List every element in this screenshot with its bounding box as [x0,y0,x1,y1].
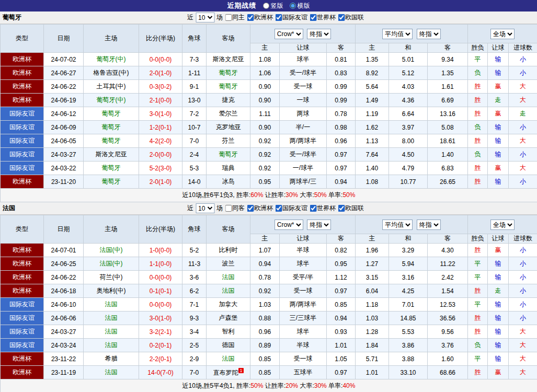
avg-draw-odds: 5.94 [389,257,428,271]
europe-odds-header: 平均值 终指 [356,25,468,43]
nationsleague-checkbox[interactable] [338,205,345,212]
col-score: 比分(半场) [139,215,182,244]
avg-draw-odds: 4.50 [389,148,428,162]
away-team: 克罗地亚 [207,121,250,134]
score: 2-0(0-0) [139,148,182,162]
away-team: 直布罗陀1 [207,366,250,379]
handicap-time-select[interactable]: 终指 [307,220,331,230]
same-venue-checkbox[interactable] [225,205,232,212]
avg-away-odds: 6.69 [428,94,468,107]
summary-stat-label: 大率: [298,382,314,389]
vertical-layout-label: 竖版 [271,2,283,10]
nationsleague-checkbox[interactable] [338,14,345,21]
handicap-away-odds: 0.94 [327,175,356,189]
avg-away-odds: 68.66 [428,366,468,379]
worldcup-checkbox[interactable] [310,14,316,21]
layout-option-vertical[interactable]: 竖版 [263,2,283,10]
match-count-select[interactable]: 10 [196,13,214,22]
handicap-time-select[interactable]: 终指 [307,29,331,39]
handicap-line: 球半 [280,257,327,271]
league-filter-nationsleague[interactable]: 欧国联 [338,204,364,213]
avg-home-odds: 7.64 [356,148,389,162]
league-filter-worldcup[interactable]: 世界杯 [310,204,336,213]
average-select[interactable]: 平均值 [382,220,413,230]
handicap-home-odds: 0.95 [250,175,280,189]
league-filter-friendly[interactable]: 国际友谊 [275,13,307,22]
avg-home-odds: 1.49 [356,94,389,107]
col-handicap-result: 让球 [488,234,509,244]
summary-row: 近10场,胜5平4负1, 胜率:50% 让胜率:20% 大率:30% 单率:40… [1,379,537,392]
average-select[interactable]: 平均值 [382,29,413,39]
eurocup-checkbox[interactable] [247,14,254,21]
handicap-line: 半球 [280,339,327,352]
match-row: 国际友谊24-06-05葡萄牙4-2(2-0)7-0芬兰0.92两/两球半0.9… [1,134,537,148]
europe-time-select[interactable]: 终指 [417,220,441,230]
corner-count: 10-7 [182,121,207,134]
goals-result-flag: 小 [509,257,537,271]
bookmaker-select[interactable]: Crow* [275,220,303,230]
matches-table: 类型 日期 主场 比分(半场) 角球 客场 Crow* 终指 平均值 终指 [0,215,537,392]
league-filter-eurocup[interactable]: 欧洲杯 [247,204,273,213]
bookmaker-select[interactable]: Crow* [275,29,303,39]
away-team: 法国 [207,271,250,284]
avg-draw-odds: 14.85 [389,312,428,325]
summary-row: 近10场,胜6平1负3, 胜率:60% 让胜率:30% 大率:50% 单率:50… [1,189,537,202]
home-team: 法国 [84,366,139,379]
col-goals-result: 进球数 [509,234,537,244]
handicap-line: 一/球半 [280,162,327,175]
col-type: 类型 [1,25,44,53]
same-venue-filter[interactable]: 同主 [225,13,245,22]
handicap-line: 两球半/三 [280,175,327,189]
summary-stat-value: 30% [285,191,298,199]
avg-draw-odds: 3.29 [389,244,428,257]
handicap-home-odds: 0.96 [250,325,280,339]
result-flag: 负 [468,66,488,80]
eurocup-checkbox[interactable] [247,205,254,212]
handicap-result-flag: 输 [488,134,509,148]
same-venue-checkbox[interactable] [225,14,232,21]
handicap-line: 三/三球半 [280,312,327,325]
handicap-line: 一球 [280,94,327,107]
handicap-home-odds: 0.85 [250,352,280,366]
away-team: 葡萄牙 [207,80,250,94]
match-date: 23-11-19 [44,366,84,379]
league-filter-worldcup[interactable]: 世界杯 [310,13,336,22]
col-handicap-result: 让球 [488,43,509,53]
scope-select[interactable]: 全场 [490,29,515,39]
games-label: 场 [216,13,223,22]
home-team: 斯洛文尼亚 [84,148,139,162]
col-handicap-home: 主 [250,234,280,244]
scope-select[interactable]: 全场 [490,220,515,230]
col-away: 客场 [207,215,250,244]
league-filter-nationsleague[interactable]: 欧国联 [338,13,364,22]
friendly-checkbox[interactable] [275,205,282,212]
league-filter-eurocup[interactable]: 欧洲杯 [247,13,273,22]
europe-time-select[interactable]: 终指 [417,29,441,39]
horizontal-layout-radio[interactable] [290,3,296,9]
handicap-away-odds: 0.97 [327,148,356,162]
goals-result-flag: 大 [509,366,537,379]
avg-away-odds: 9.56 [428,325,468,339]
league-type-badge: 国际友谊 [1,134,44,148]
matches-table: 类型 日期 主场 比分(半场) 角球 客场 Crow* 终指 平均值 终指 [0,24,537,202]
avg-away-odds: 6.83 [428,162,468,175]
match-row: 欧洲杯24-07-02葡萄牙(中)0-0(0-0)7-3斯洛文尼亚1.08球半0… [1,53,537,66]
league-filter-friendly[interactable]: 国际友谊 [275,204,307,213]
result-flag: 胜 [468,175,488,189]
same-venue-filter[interactable]: 同客 [225,204,245,213]
handicap-away-odds: 0.99 [327,80,356,94]
layout-option-horizontal[interactable]: 横版 [290,2,310,10]
friendly-checkbox[interactable] [275,14,282,21]
score: 2-0(1-0) [139,66,182,80]
match-date: 23-11-22 [44,352,84,366]
avg-home-odds: 5.64 [356,80,389,94]
section-header: 葡萄牙 近 10 场 同主 欧洲杯 国际友谊 [0,11,537,24]
red-card-icon: 1 [238,368,243,373]
avg-away-odds: 18.61 [428,134,468,148]
home-team: 希腊 [84,352,139,366]
worldcup-checkbox[interactable] [310,205,316,212]
handicap-line: 受平/半 [280,271,327,284]
match-count-select[interactable]: 10 [196,203,214,213]
avg-home-odds: 1.01 [356,366,389,379]
vertical-layout-radio[interactable] [263,3,269,9]
